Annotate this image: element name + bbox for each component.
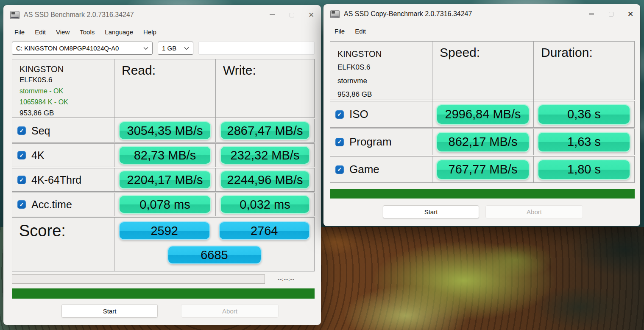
menu-item-edit[interactable]: Edit — [30, 26, 51, 38]
write-result: 2244,96 MB/s — [220, 171, 310, 189]
drive-capacity: 953,86 GB — [20, 108, 114, 119]
row-label: Program — [349, 135, 392, 148]
drive-select-value: C: KINGSTON OM8PGP41024Q-A0 — [16, 45, 119, 52]
check-icon: ✓ — [20, 177, 24, 183]
row-label: 4K-64Thrd — [31, 174, 81, 186]
column-header-speed: Speed: — [432, 42, 533, 101]
game-checkbox[interactable]: ✓ — [335, 165, 344, 174]
speed-result: 2996,84 MB/s — [436, 104, 530, 125]
menu-item-file[interactable]: File — [9, 26, 30, 38]
window-controls: ✕ — [262, 5, 321, 25]
write-result: 232,32 MB/s — [220, 146, 310, 165]
abort-button[interactable]: Abort — [485, 205, 583, 218]
menu-item-language[interactable]: Language — [100, 26, 138, 38]
row-label: Seq — [31, 125, 50, 137]
4k64-checkbox[interactable]: ✓ — [17, 176, 26, 184]
desktop: AS SSD Benchmark 2.0.7316.34247 ✕ File E… — [0, 0, 644, 330]
score-read: 2592 — [119, 221, 210, 240]
score-write: 2764 — [219, 221, 310, 240]
write-result: 2867,47 MB/s — [220, 121, 310, 140]
toolbar: C: KINGSTON OM8PGP41024Q-A0 1 GB — [12, 42, 315, 55]
seq-checkbox[interactable]: ✓ — [17, 126, 26, 135]
menu-item-view[interactable]: View — [51, 26, 75, 38]
menu-item-tools[interactable]: Tools — [75, 26, 100, 38]
duration-result: 1,80 s — [538, 159, 630, 180]
score-row: Score: 2592 2764 6685 — [12, 217, 315, 271]
score-total: 6685 — [167, 246, 262, 264]
check-icon: ✓ — [20, 153, 24, 158]
table-row-seq: ✓ Seq 3054,35 MB/s 2867,47 MB/s — [12, 119, 315, 143]
table-header-row: KINGSTON ELFK0S.6 stornvme - OK 1065984 … — [12, 59, 315, 118]
app-icon — [10, 11, 20, 19]
drive-offset-status: 1065984 K - OK — [20, 97, 114, 108]
drive-capacity: 953,86 GB — [337, 88, 432, 101]
speed-result: 767,77 MB/s — [436, 159, 530, 180]
score-label: Score: — [12, 218, 114, 271]
drive-select[interactable]: C: KINGSTON OM8PGP41024Q-A0 — [12, 42, 153, 55]
row-label: ISO — [349, 108, 368, 121]
titlebar[interactable]: AS SSD Benchmark 2.0.7316.34247 ✕ — [3, 5, 321, 25]
button-row: Start Abort — [3, 304, 321, 318]
close-icon: ✕ — [627, 10, 633, 19]
empty-field[interactable] — [198, 42, 315, 55]
drive-info: KINGSTON ELFK0S.6 stornvme 953,86 GB — [330, 42, 432, 101]
check-icon: ✓ — [20, 202, 24, 207]
start-button[interactable]: Start — [383, 205, 479, 218]
table-row-4k64: ✓ 4K-64Thrd 2204,17 MB/s 2244,96 MB/s — [12, 168, 315, 192]
progress-bar — [12, 274, 265, 284]
row-label: Game — [349, 163, 379, 176]
read-result: 3054,35 MB/s — [119, 121, 211, 140]
column-header-read: Read: — [114, 59, 215, 119]
row-label: 4K — [31, 149, 45, 162]
check-icon: ✓ — [337, 139, 342, 145]
minimize-button[interactable] — [582, 4, 601, 24]
read-result: 82,73 MB/s — [119, 146, 211, 165]
elapsed-time: --:--:-- — [278, 276, 295, 282]
drive-vendor: KINGSTON — [337, 47, 432, 61]
maximize-button[interactable] — [601, 4, 621, 24]
menu-item-file[interactable]: File — [329, 25, 350, 37]
check-icon: ✓ — [337, 112, 342, 117]
copy-benchmark-window: AS SSD Copy-Benchmark 2.0.7316.34247 ✕ F… — [323, 4, 640, 226]
menubar: File Edit — [323, 24, 640, 38]
menu-item-help[interactable]: Help — [138, 26, 162, 38]
minimize-button[interactable] — [262, 5, 282, 25]
app-icon — [330, 10, 340, 18]
read-result: 0,078 ms — [119, 195, 211, 214]
abort-button[interactable]: Abort — [181, 304, 279, 318]
4k-checkbox[interactable]: ✓ — [17, 151, 26, 159]
drive-driver-status: stornvme - OK — [20, 86, 114, 97]
row-label: Acc.time — [31, 199, 72, 211]
duration-result: 0,36 s — [538, 104, 630, 125]
drive-info: KINGSTON ELFK0S.6 stornvme - OK 1065984 … — [12, 59, 114, 119]
program-checkbox[interactable]: ✓ — [335, 138, 344, 146]
start-button[interactable]: Start — [61, 304, 158, 318]
drive-driver: stornvme — [337, 74, 432, 88]
window-title: AS SSD Copy-Benchmark 2.0.7316.34247 — [344, 10, 472, 18]
table-row-game: ✓ Game 767,77 MB/s 1,80 s — [330, 156, 635, 183]
status-bar — [12, 288, 315, 299]
copy-results-table: KINGSTON ELFK0S.6 stornvme 953,86 GB Spe… — [330, 41, 635, 183]
test-size-value: 1 GB — [162, 45, 176, 52]
chevron-down-icon — [143, 47, 148, 50]
acctime-checkbox[interactable]: ✓ — [17, 200, 26, 209]
maximize-icon — [290, 13, 294, 17]
duration-result: 1,63 s — [538, 132, 630, 152]
close-button[interactable]: ✕ — [301, 5, 321, 25]
test-size-select[interactable]: 1 GB — [158, 42, 193, 55]
table-row-iso: ✓ ISO 2996,84 MB/s 0,36 s — [330, 101, 635, 128]
close-button[interactable]: ✕ — [621, 4, 640, 24]
minimize-icon — [589, 14, 594, 14]
minimize-icon — [270, 14, 275, 15]
iso-checkbox[interactable]: ✓ — [335, 110, 344, 119]
read-result: 2204,17 MB/s — [119, 171, 211, 189]
results-table: KINGSTON ELFK0S.6 stornvme - OK 1065984 … — [12, 59, 315, 271]
maximize-button[interactable] — [282, 5, 301, 25]
table-row-acctime: ✓ Acc.time 0,078 ms 0,032 ms — [12, 193, 315, 216]
menu-item-edit[interactable]: Edit — [350, 25, 371, 37]
check-icon: ✓ — [337, 167, 342, 172]
check-icon: ✓ — [20, 128, 24, 134]
close-icon: ✕ — [308, 11, 314, 20]
drive-firmware: ELFK0S.6 — [20, 75, 114, 86]
titlebar[interactable]: AS SSD Copy-Benchmark 2.0.7316.34247 ✕ — [323, 4, 640, 24]
